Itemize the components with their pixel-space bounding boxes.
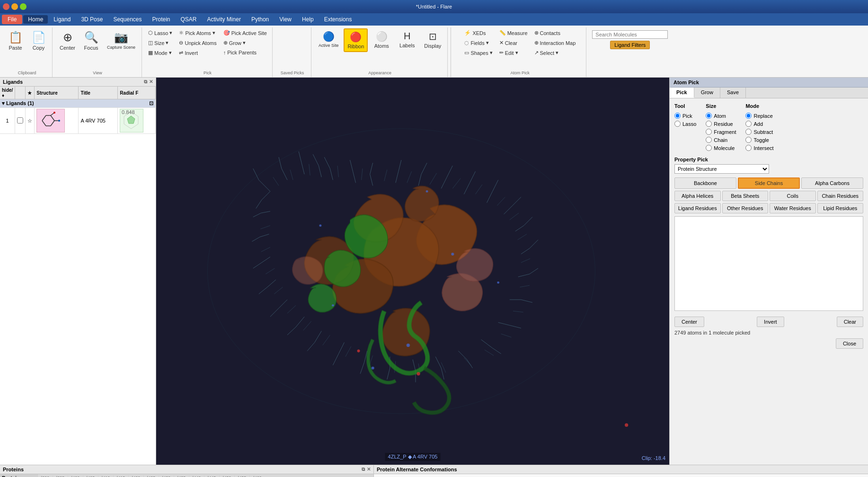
size-chain-radio[interactable]: Chain [706,137,736,143]
measure-button[interactable]: 📏 Measure [497,28,530,37]
svg-point-9 [53,112,55,114]
mode-toggle-radio[interactable]: Toggle [745,137,773,143]
beta-sheets-button[interactable]: Beta Sheets [722,191,769,201]
copy-button[interactable]: 📄 Copy [28,28,49,53]
pick-active-site-button[interactable]: 🎯 Pick Active Site [221,28,269,37]
cell-num: 1 [0,108,15,134]
capture-scene-button[interactable]: 📷 Capture Scene [104,28,139,52]
menu-extensions[interactable]: Extensions [319,15,357,24]
paste-button[interactable]: 📋 Paste [5,28,26,53]
panel-close-button[interactable]: Close [836,338,863,349]
menu-help[interactable]: Help [297,15,319,24]
property-buttons-row3: Ligand Residues Other Residues Water Res… [674,203,863,213]
maximize-button[interactable] [20,3,27,10]
menu-home[interactable]: Home [23,15,48,24]
menu-protein[interactable]: Protein [147,15,175,24]
lasso-button[interactable]: ⬡ Lasso ▾ [146,28,175,37]
alpha-helices-button[interactable]: Alpha Helices [674,191,721,201]
size-atom-radio[interactable]: Atom [706,113,736,119]
svg-point-115 [497,282,499,284]
minimize-button[interactable] [11,3,18,10]
cell-star[interactable]: ☆ [26,108,35,134]
invert-button[interactable]: ⇌ Invert [177,48,219,57]
molecule-structure [36,109,65,132]
edit-button[interactable]: ✏ Edit ▾ [497,48,530,57]
panel-float-button[interactable]: ⧉ [144,79,147,85]
ligand-residues-button[interactable]: Ligand Residues [674,203,721,213]
labels-button[interactable]: H Labels [395,28,419,51]
shapes-button[interactable]: ▭ Shapes ▾ [462,48,495,57]
tool-lasso-radio[interactable]: Lasso [674,121,696,127]
mode-subtract-radio[interactable]: Subtract [745,129,773,135]
menu-sequences[interactable]: Sequences [108,15,146,24]
size-fragment-radio[interactable]: Fragment [706,129,736,135]
interaction-map-button[interactable]: ⊕ Interaction Map [532,38,578,47]
menu-view[interactable]: View [275,15,296,24]
panel-clear-button[interactable]: Clear [837,317,863,327]
tab-save[interactable]: Save [720,88,746,98]
ribbon-divider [451,27,451,77]
panel-invert-button[interactable]: Invert [757,317,784,327]
table-row: 1 ☆ [0,108,156,134]
side-chains-button[interactable]: Side Chains [738,177,800,189]
backbone-button[interactable]: Backbone [674,177,736,189]
mode-add-radio[interactable]: Add [745,121,773,127]
tab-grow[interactable]: Grow [694,88,720,98]
mode-replace-radio[interactable]: Replace [745,113,773,119]
other-residues-button[interactable]: Other Residues [722,203,769,213]
size-residue-radio[interactable]: Residue [706,121,736,127]
close-button[interactable] [3,3,9,10]
proteins-close-button[interactable]: ✕ [367,467,371,472]
focus-button[interactable]: 🔍 Focus [80,28,102,53]
mode-intersect-radio[interactable]: Intersect [745,145,773,151]
svg-point-118 [319,224,321,227]
menu-file[interactable]: File [2,15,22,24]
center-button[interactable]: ⊕ Center [56,28,79,53]
fields-button[interactable]: ◌ Fields ▾ [462,38,495,47]
viewport-clip: Clip: -18.4 [642,455,665,461]
svg-point-120 [357,350,360,353]
pick-atoms-button[interactable]: ⚛ Pick Atoms ▾ [177,28,219,37]
water-residues-button[interactable]: Water Residues [770,203,816,213]
proteins-panel-header: Proteins ⧉ ✕ [0,465,373,474]
search-input[interactable] [592,30,668,39]
alpha-carbons-button[interactable]: Alpha Carbons [801,177,863,189]
atoms-button[interactable]: ⚪ Atoms [370,28,393,51]
ribbon-clear-button[interactable]: ✕ Clear [497,38,530,47]
cell-checkbox[interactable] [15,108,26,134]
tab-pick[interactable]: Pick [670,88,694,98]
display-button[interactable]: ⊡ Display [421,28,444,51]
menu-3dpose[interactable]: 3D Pose [76,15,107,24]
panel-center-button[interactable]: Center [674,317,704,327]
proteins-float-button[interactable]: ⧉ [362,467,365,472]
mode-button[interactable]: ▦ Mode ▾ [146,48,175,57]
ribbon-button[interactable]: 🔴 Ribbon [344,28,368,52]
window-controls[interactable] [3,3,27,10]
grow-button[interactable]: ⊕ Grow ▾ [221,38,269,47]
shapes-icon: ▭ [464,50,469,56]
xeds-button[interactable]: ⚡ XEDs [462,28,495,37]
tool-pick-radio[interactable]: Pick [674,113,696,119]
pick-parents-button[interactable]: ↑ Pick Parents [221,48,269,57]
size-button[interactable]: ◫ Size ▾ [146,38,175,47]
ligands-group-expand[interactable]: ▾ [2,100,5,106]
menu-python[interactable]: Python [247,15,274,24]
unpick-atoms-button[interactable]: ⊖ Unpick Atoms [177,38,219,47]
menu-qsar[interactable]: QSAR [176,15,202,24]
row-checkbox[interactable] [17,117,23,124]
menu-activity-miner[interactable]: Activity Miner [203,15,246,24]
contacts-button[interactable]: ⊗ Contacts [532,28,578,37]
chain-residues-button[interactable]: Chain Residues [817,191,864,201]
select-button[interactable]: ↗ Select ▾ [532,48,578,57]
seq-data-area[interactable]: |390 |395 |400 |405 |410 |415 |420 |425 … [38,474,373,477]
active-site-button[interactable]: 🔵 Active Site [315,28,342,50]
menu-ligand[interactable]: Ligand [49,15,75,24]
property-select[interactable]: Protein Structure Ligand Water DNA RNA [674,164,769,174]
size-molecule-radio[interactable]: Molecule [706,145,736,151]
panel-close-button[interactable]: ✕ [149,79,153,85]
coils-button[interactable]: Coils [770,191,816,201]
radial-chart: 0.848 [120,109,143,132]
lipid-residues-button[interactable]: Lipid Residues [817,203,864,213]
ligand-filters-button[interactable]: Ligand Filters [610,41,650,49]
sequence-viewer: Proteins + A Other + A Water 4ZLZ P + A … [0,474,373,477]
